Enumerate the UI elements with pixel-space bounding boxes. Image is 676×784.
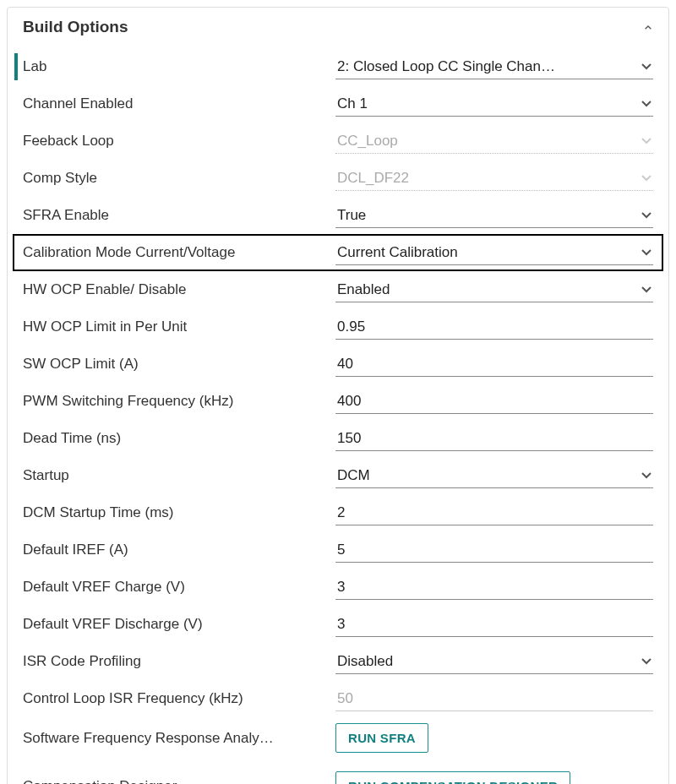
caret-down-icon xyxy=(641,472,651,479)
select-calibration-mode[interactable]: Current Calibration xyxy=(335,240,653,265)
row-channel-enabled: Channel Enabled Ch 1 xyxy=(23,85,653,122)
label-hw-ocp-limit: HW OCP Limit in Per Unit xyxy=(23,318,335,335)
label-calibration-mode: Calibration Mode Current/Voltage xyxy=(23,244,335,261)
row-control-loop-freq: Control Loop ISR Frequency (kHz) 50 xyxy=(23,680,653,717)
row-default-iref: Default IREF (A) 5 xyxy=(23,531,653,569)
input-dcm-startup-time[interactable]: 2 xyxy=(335,500,653,525)
input-dead-time[interactable]: 150 xyxy=(335,426,653,451)
row-hw-ocp-limit: HW OCP Limit in Per Unit 0.95 xyxy=(23,308,653,346)
input-control-loop-freq: 50 xyxy=(335,686,653,711)
label-lab: Lab xyxy=(23,58,335,75)
label-channel-enabled: Channel Enabled xyxy=(23,95,335,112)
row-lab: Lab 2: Closed Loop CC Single Chan… xyxy=(23,48,653,85)
label-isr-profiling: ISR Code Profiling xyxy=(23,653,335,670)
input-sw-ocp-limit[interactable]: 40 xyxy=(335,351,653,377)
select-comp-style: DCL_DF22 xyxy=(335,166,653,191)
chevron-up-icon[interactable] xyxy=(641,21,653,33)
label-dcm-startup-time: DCM Startup Time (ms) xyxy=(23,504,335,521)
row-sfra-enable: SFRA Enable True xyxy=(23,197,653,234)
input-pwm-frequency[interactable]: 400 xyxy=(335,389,653,414)
input-hw-ocp-limit[interactable]: 0.95 xyxy=(335,314,653,340)
row-default-vref-discharge: Default VREF Discharge (V) 3 xyxy=(23,606,653,643)
run-sfra-button[interactable]: RUN SFRA xyxy=(335,723,428,753)
label-dead-time: Dead Time (ns) xyxy=(23,430,335,447)
label-default-iref: Default IREF (A) xyxy=(23,542,335,558)
build-options-panel: Build Options Lab 2: Closed Loop CC Sing… xyxy=(7,7,669,784)
select-lab[interactable]: 2: Closed Loop CC Single Chan… xyxy=(335,54,653,79)
row-dcm-startup-time: DCM Startup Time (ms) 2 xyxy=(23,494,653,531)
row-sfra-run: Software Frequency Response Analy… RUN S… xyxy=(23,717,653,759)
row-calibration-mode: Calibration Mode Current/Voltage Current… xyxy=(13,234,663,271)
label-comp-style: Comp Style xyxy=(23,170,335,187)
row-sw-ocp-limit: SW OCP Limit (A) 40 xyxy=(23,346,653,383)
label-startup: Startup xyxy=(23,467,335,484)
row-hw-ocp-enable: HW OCP Enable/ Disable Enabled xyxy=(23,271,653,308)
row-comp-style: Comp Style DCL_DF22 xyxy=(23,160,653,197)
label-pwm-frequency: PWM Switching Frequency (kHz) xyxy=(23,393,335,410)
select-channel-enabled[interactable]: Ch 1 xyxy=(335,91,653,117)
label-default-vref-discharge: Default VREF Discharge (V) xyxy=(23,616,335,633)
label-sfra-run: Software Frequency Response Analy… xyxy=(23,730,335,747)
row-compensation-designer: Compensation Designer RUN COMPENSATION D… xyxy=(23,765,653,784)
row-isr-profiling: ISR Code Profiling Disabled xyxy=(23,643,653,680)
caret-down-icon xyxy=(641,175,651,182)
label-feedback-loop: Feeback Loop xyxy=(23,133,335,150)
label-control-loop-freq: Control Loop ISR Frequency (kHz) xyxy=(23,690,335,707)
label-compensation-designer: Compensation Designer xyxy=(23,778,335,785)
caret-down-icon xyxy=(641,101,651,107)
panel-title: Build Options xyxy=(23,18,128,36)
caret-down-icon xyxy=(641,63,651,70)
select-isr-profiling[interactable]: Disabled xyxy=(335,649,653,674)
label-sw-ocp-limit: SW OCP Limit (A) xyxy=(23,356,335,373)
label-hw-ocp-enable: HW OCP Enable/ Disable xyxy=(23,281,335,298)
caret-down-icon xyxy=(641,658,651,665)
select-sfra-enable[interactable]: True xyxy=(335,203,653,228)
input-default-iref[interactable]: 5 xyxy=(335,537,653,563)
select-feedback-loop: CC_Loop xyxy=(335,128,653,154)
row-dead-time: Dead Time (ns) 150 xyxy=(23,420,653,457)
row-feedback-loop: Feeback Loop CC_Loop xyxy=(23,122,653,160)
label-default-vref-charge: Default VREF Charge (V) xyxy=(23,579,335,596)
run-compensation-designer-button[interactable]: RUN COMPENSATION DESIGNER xyxy=(335,771,570,784)
select-hw-ocp-enable[interactable]: Enabled xyxy=(335,277,653,302)
input-default-vref-discharge[interactable]: 3 xyxy=(335,612,653,637)
caret-down-icon xyxy=(641,249,651,256)
caret-down-icon xyxy=(641,212,651,219)
input-default-vref-charge[interactable]: 3 xyxy=(335,574,653,600)
row-pwm-frequency: PWM Switching Frequency (kHz) 400 xyxy=(23,383,653,420)
caret-down-icon xyxy=(641,138,651,144)
row-default-vref-charge: Default VREF Charge (V) 3 xyxy=(23,569,653,606)
select-startup[interactable]: DCM xyxy=(335,463,653,488)
label-sfra-enable: SFRA Enable xyxy=(23,207,335,224)
caret-down-icon xyxy=(641,286,651,293)
panel-header[interactable]: Build Options xyxy=(23,18,653,36)
row-startup: Startup DCM xyxy=(23,457,653,494)
